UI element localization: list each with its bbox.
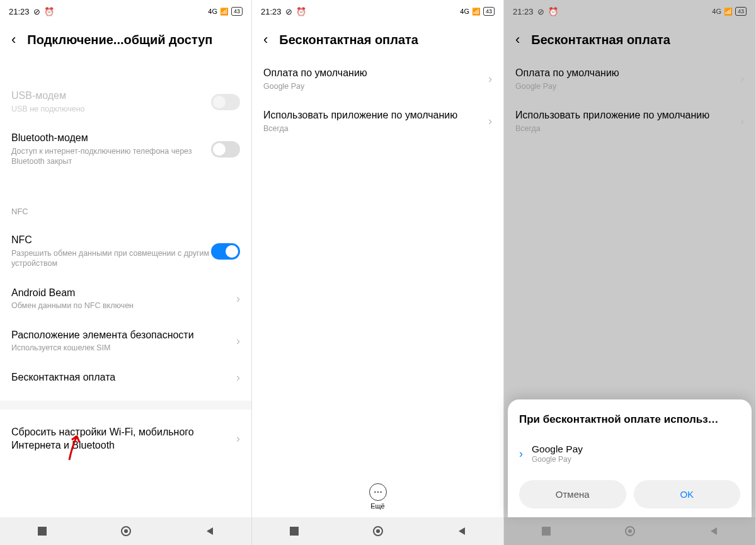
item-bluetooth-modem[interactable]: Bluetooth-модем Доступ к интернет-подклю… (11, 123, 240, 175)
item-usb-modem: USB-модем USB не подключено (11, 81, 240, 123)
nav-back-icon[interactable] (455, 525, 468, 537)
chevron-right-icon: › (236, 292, 240, 306)
more-icon[interactable]: ⋯ (369, 483, 387, 501)
header: ‹ Бесконтактная оплата (504, 23, 755, 58)
chevron-right-icon: › (236, 335, 240, 348)
chevron-right-icon: › (488, 72, 492, 86)
cancel-button[interactable]: Отмена (519, 480, 626, 508)
screen-dialog: 21:23 ⊘ ⏰ 4G 📶 43 ‹ Бесконтактная оплата… (504, 0, 756, 545)
screen-connection-sharing: 21:23 ⊘ ⏰ 4G 📶 43 ‹ Подключение...общий … (0, 0, 252, 545)
item-sub: Используется кошелек SIM (11, 343, 236, 353)
back-icon[interactable]: ‹ (263, 32, 268, 48)
item-use-default-app[interactable]: Использовать приложение по умолчанию Все… (263, 100, 492, 142)
signal-icon: 📶 (472, 8, 481, 16)
item-use-default-app: Использовать приложение по умолчанию Все… (515, 100, 744, 142)
item-sub: Google Pay (515, 81, 740, 91)
ok-button[interactable]: OK (634, 480, 741, 508)
option-title: Google Pay (532, 444, 740, 455)
screen-contactless-payment: 21:23 ⊘ ⏰ 4G 📶 43 ‹ Бесконтактная оплата… (252, 0, 504, 545)
dnd-icon: ⊘ (285, 7, 292, 16)
network-icon: 4G (712, 8, 721, 15)
content: Оплата по умолчанию Google Pay › Использ… (252, 58, 503, 476)
nav-bar (252, 517, 503, 545)
back-icon[interactable]: ‹ (11, 32, 16, 48)
status-bar: 21:23 ⊘ ⏰ 4G 📶 43 (252, 0, 503, 23)
battery-icon: 43 (735, 7, 747, 16)
status-time: 21:23 (513, 7, 534, 16)
svg-point-2 (124, 529, 128, 533)
nav-back-icon[interactable] (203, 525, 216, 537)
option-sub: Google Pay (532, 455, 740, 464)
nav-bar (504, 517, 755, 545)
chevron-right-icon: › (488, 115, 492, 128)
item-android-beam[interactable]: Android Beam Обмен данными по NFC включе… (11, 278, 240, 320)
status-time: 21:23 (9, 7, 30, 16)
page-title: Бесконтактная оплата (531, 33, 670, 47)
item-contactless-payment[interactable]: Бесконтактная оплата › (11, 362, 240, 393)
separator (0, 401, 251, 410)
item-title: Использовать приложение по умолчанию (263, 109, 488, 122)
svg-rect-0 (38, 527, 47, 536)
chevron-right-icon: › (519, 447, 523, 461)
alarm-icon: ⏰ (44, 7, 54, 16)
sheet-option-google-pay[interactable]: › Google Pay Google Pay (519, 437, 740, 475)
network-icon: 4G (208, 8, 217, 15)
nav-recent-icon[interactable] (540, 525, 553, 537)
header: ‹ Подключение...общий доступ (0, 23, 251, 58)
item-title: NFC (11, 234, 211, 247)
bluetooth-toggle[interactable] (211, 141, 240, 158)
content: USB-модем USB не подключено Bluetooth-мо… (0, 58, 251, 517)
nav-recent-icon[interactable] (288, 525, 301, 537)
item-title: Bluetooth-модем (11, 132, 211, 145)
item-sub: Google Pay (263, 81, 488, 91)
alarm-icon: ⏰ (548, 7, 558, 16)
nav-home-icon[interactable] (372, 525, 384, 537)
item-title: Использовать приложение по умолчанию (515, 109, 740, 122)
more-label: Ещё (370, 502, 385, 510)
signal-icon: 📶 (220, 8, 229, 16)
network-icon: 4G (460, 8, 469, 15)
nav-recent-icon[interactable] (36, 525, 49, 537)
nav-home-icon[interactable] (120, 525, 132, 537)
nfc-section-header: NFC (11, 198, 240, 225)
item-secure-element[interactable]: Расположение элемента безопасности Испол… (11, 320, 240, 362)
status-bar: 21:23 ⊘ ⏰ 4G 📶 43 (504, 0, 755, 23)
signal-icon: 📶 (724, 8, 733, 16)
item-default-payment[interactable]: Оплата по умолчанию Google Pay › (263, 58, 492, 100)
status-bar: 21:23 ⊘ ⏰ 4G 📶 43 (0, 0, 251, 23)
item-title: Оплата по умолчанию (515, 67, 740, 80)
alarm-icon: ⏰ (296, 7, 306, 16)
nav-bar (0, 517, 251, 545)
usb-toggle (211, 94, 240, 110)
chevron-right-icon: › (740, 115, 744, 128)
item-nfc[interactable]: NFC Разрешить обмен данными при совмещен… (11, 225, 240, 277)
item-default-payment: Оплата по умолчанию Google Pay › (515, 58, 744, 100)
battery-icon: 43 (483, 7, 495, 16)
nfc-toggle[interactable] (211, 243, 240, 260)
item-title: Бесконтактная оплата (11, 371, 236, 384)
item-sub: Всегда (263, 123, 488, 134)
page-title: Подключение...общий доступ (27, 33, 212, 47)
item-title: USB-модем (11, 89, 211, 103)
dnd-icon: ⊘ (33, 7, 40, 16)
item-sub: Разрешить обмен данными при совмещении с… (11, 248, 211, 269)
item-sub: Доступ к интернет-подключению телефона ч… (11, 146, 211, 167)
item-title: Оплата по умолчанию (263, 67, 488, 80)
svg-point-8 (628, 529, 632, 533)
dnd-icon: ⊘ (537, 7, 544, 16)
chevron-right-icon: › (236, 432, 240, 445)
back-icon[interactable]: ‹ (515, 32, 520, 48)
svg-point-5 (376, 529, 380, 533)
page-title: Бесконтактная оплата (279, 33, 418, 47)
nav-home-icon[interactable] (624, 525, 636, 537)
item-sub: Обмен данными по NFC включен (11, 301, 236, 311)
status-time: 21:23 (261, 7, 282, 16)
bottom-sheet: При бесконтактной оплате использ… › Goog… (508, 399, 752, 517)
item-sub: Всегда (515, 123, 740, 134)
chevron-right-icon: › (236, 371, 240, 384)
nav-back-icon[interactable] (707, 525, 720, 537)
sheet-title: При бесконтактной оплате использ… (519, 413, 740, 426)
item-title: Android Beam (11, 287, 236, 300)
item-reset-network[interactable]: Сбросить настройки Wi-Fi, мобильного Инт… (11, 417, 240, 461)
item-title: Расположение элемента безопасности (11, 329, 236, 342)
